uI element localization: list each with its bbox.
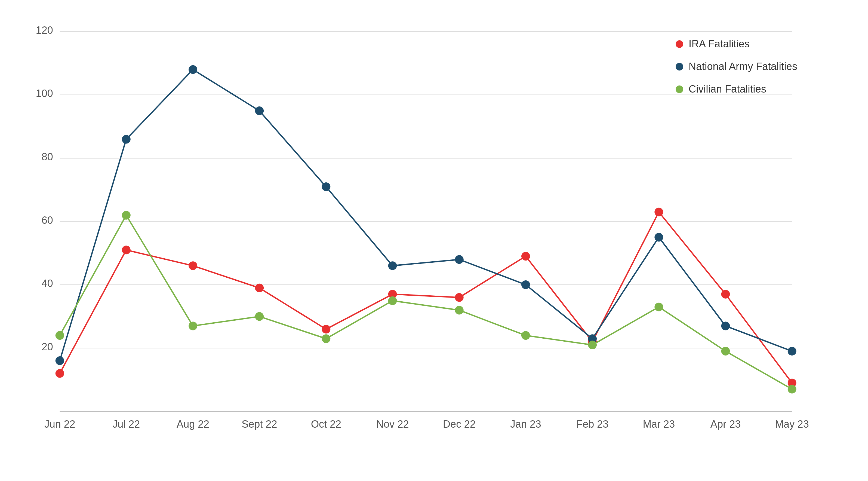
ira-dot-2 — [189, 261, 197, 270]
svg-text:Jun 22: Jun 22 — [44, 418, 75, 430]
civ-dot-4 — [321, 334, 330, 343]
civ-dot-5 — [388, 296, 397, 305]
svg-text:Aug 22: Aug 22 — [177, 418, 209, 430]
na-dot-11 — [788, 347, 797, 356]
svg-text:60: 60 — [42, 214, 53, 226]
na-dot-0 — [56, 356, 64, 365]
ira-dot-6 — [455, 293, 464, 302]
na-legend-dot — [676, 63, 683, 70]
civ-dot-8 — [588, 340, 597, 349]
ira-dot-3 — [255, 284, 264, 292]
na-legend-label: National Army Fatalities — [689, 61, 797, 72]
ira-dot-1 — [122, 245, 131, 254]
civ-dot-0 — [56, 331, 64, 340]
na-dot-7 — [521, 280, 530, 289]
svg-text:40: 40 — [42, 278, 53, 289]
legend-item-ira: IRA Fatalities — [676, 38, 797, 50]
civ-dot-11 — [788, 385, 797, 394]
na-dot-10 — [721, 322, 730, 330]
svg-text:Apr 23: Apr 23 — [710, 418, 741, 430]
svg-text:Mar 23: Mar 23 — [643, 418, 675, 430]
na-dot-6 — [455, 255, 464, 264]
legend-item-national-army: National Army Fatalities — [676, 61, 797, 72]
ira-dot-4 — [321, 325, 330, 333]
svg-text:Jan 23: Jan 23 — [510, 418, 541, 430]
civ-dot-9 — [654, 303, 663, 311]
svg-text:Dec 22: Dec 22 — [443, 418, 476, 430]
ira-dot-9 — [654, 208, 663, 216]
svg-text:Sept 22: Sept 22 — [242, 418, 277, 430]
civ-legend-dot — [676, 86, 683, 93]
civ-dot-10 — [721, 347, 730, 356]
ira-dot-10 — [721, 290, 730, 299]
civ-dot-3 — [255, 312, 264, 321]
svg-text:120: 120 — [36, 25, 53, 36]
civ-dot-2 — [189, 322, 197, 330]
svg-text:20: 20 — [42, 341, 53, 353]
chart-container: 120 100 80 60 40 20 Jun 22 Jul 22 Aug 22… — [0, 0, 868, 481]
na-dot-2 — [189, 65, 197, 74]
na-dot-9 — [654, 233, 663, 241]
ira-dot-7 — [521, 252, 530, 261]
svg-text:Oct 22: Oct 22 — [311, 418, 341, 430]
ira-legend-label: IRA Fatalities — [689, 38, 750, 50]
civ-legend-label: Civilian Fatalities — [689, 83, 766, 95]
civ-dot-6 — [455, 306, 464, 315]
ira-dot-0 — [56, 369, 64, 378]
svg-text:Jul 22: Jul 22 — [113, 418, 140, 430]
na-dot-5 — [388, 261, 397, 270]
civ-dot-1 — [122, 211, 131, 220]
ira-line — [60, 212, 792, 383]
svg-text:Feb 23: Feb 23 — [576, 418, 609, 430]
chart-area: 120 100 80 60 40 20 Jun 22 Jul 22 Aug 22… — [33, 16, 846, 448]
svg-text:80: 80 — [42, 151, 53, 162]
svg-text:100: 100 — [36, 88, 53, 99]
national-army-line — [60, 70, 792, 361]
svg-text:May 23: May 23 — [775, 418, 809, 430]
na-dot-4 — [321, 182, 330, 191]
svg-text:Nov 22: Nov 22 — [376, 418, 409, 430]
legend-item-civilian: Civilian Fatalities — [676, 83, 797, 95]
na-dot-3 — [255, 107, 264, 115]
ira-legend-dot — [676, 40, 683, 48]
na-dot-1 — [122, 135, 131, 144]
chart-legend: IRA Fatalities National Army Fatalities … — [676, 38, 797, 95]
civ-dot-7 — [521, 331, 530, 340]
